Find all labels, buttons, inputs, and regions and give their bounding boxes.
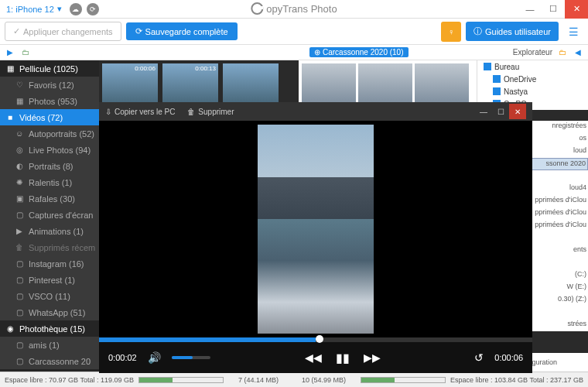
sidebar-item[interactable]: ■Vidéos (72) <box>0 109 99 125</box>
tree-fragment[interactable]: loud <box>531 146 588 158</box>
sidebar-item-label: Captures d'écran <box>29 211 93 220</box>
subbar-right: Explorateur 🗀 ◀ <box>513 47 583 58</box>
sidebar-item-label: WhatsApp (51) <box>29 308 85 317</box>
time-current: 0:00:02 <box>108 353 137 362</box>
sidebar-item[interactable]: ▢Instagram (16) <box>0 255 99 272</box>
explorer-label: Nastya <box>504 87 528 96</box>
tree-fragment[interactable]: (C:) <box>531 269 588 282</box>
explorer-label: Bureau <box>494 63 519 71</box>
sidebar-item-label: Pinterest (1) <box>29 276 75 285</box>
status-left: Espace libre : 70.97 GB Total : 119.09 G… <box>5 376 224 384</box>
tree-fragment[interactable]: ssonne 2020 <box>531 158 588 170</box>
sidebar-item[interactable]: 🗑Supprimés récem <box>0 239 99 255</box>
sidebar-item-icon: ▣ <box>14 194 25 204</box>
sidebar-item[interactable]: ▢Captures d'écran <box>0 207 99 223</box>
tree-fragment[interactable]: pprimées d'iClou <box>531 220 588 232</box>
user-guides-button[interactable]: ⓘ Guides utilisateur <box>466 22 559 41</box>
player-close-button[interactable]: ✕ <box>509 104 526 119</box>
delete-button[interactable]: 🗑 Supprimer <box>187 108 234 116</box>
player-maximize-button[interactable]: ☐ <box>492 104 509 119</box>
sidebar-item-icon: ▢ <box>14 291 25 302</box>
sidebar-item-label: Autoportraits (52) <box>29 129 94 139</box>
seek-knob[interactable] <box>316 335 323 343</box>
maximize-button[interactable]: ☐ <box>542 0 565 19</box>
explorer-item[interactable]: Nastya <box>477 85 588 98</box>
tree-fragment[interactable]: W (E:) <box>531 282 588 294</box>
volume-slider[interactable] <box>172 356 210 359</box>
device-selector[interactable]: 1: iPhone 12 ▾ <box>6 4 62 14</box>
sidebar-item[interactable]: ▣Rafales (30) <box>0 190 99 207</box>
album-thumb[interactable] <box>415 63 469 102</box>
copy-to-pc-button[interactable]: ⇩ Copier vers le PC <box>105 108 175 116</box>
menu-button[interactable]: ☰ <box>563 22 583 42</box>
video-viewport[interactable] <box>99 121 532 337</box>
minimize-button[interactable]: — <box>518 0 542 19</box>
player-titlebar: ⇩ Copier vers le PC 🗑 Supprimer — ☐ ✕ <box>99 102 532 121</box>
sidebar-item[interactable]: ▦Pellicule (1025) <box>0 60 99 77</box>
tree-fragment[interactable] <box>531 170 588 183</box>
refresh-icon: ⟳ <box>135 26 142 36</box>
album-tag[interactable]: ⊕ Carcassonne 2020 (10) <box>309 47 409 57</box>
player-minimize-button[interactable]: — <box>475 104 492 119</box>
tree-fragment[interactable]: 0.30) (Z:) <box>531 294 588 307</box>
pause-button[interactable]: ▮▮ <box>336 351 350 365</box>
tree-fragment[interactable]: nregistrées <box>531 121 588 133</box>
cloud-icon[interactable]: ☁ <box>70 3 82 15</box>
sidebar-item-icon: ✺ <box>14 177 25 188</box>
collapse-icon[interactable]: ◀ <box>573 47 583 58</box>
forward-button[interactable]: ▶▶ <box>364 351 381 364</box>
subbar-left: ▶ 🗀 <box>5 47 31 58</box>
sidebar-item-icon: ▢ <box>14 210 25 221</box>
tree-fragment[interactable] <box>531 257 588 269</box>
sidebar-item-icon: ♡ <box>14 80 25 91</box>
folder-icon[interactable]: 🗀 <box>557 47 568 58</box>
sidebar-item[interactable]: ▢Carcassonne 20 <box>0 353 99 369</box>
expand-icon[interactable]: ▶ <box>5 47 15 58</box>
album-thumb[interactable] <box>358 63 412 102</box>
save-label: Sauvegarde complète <box>145 27 228 36</box>
explorer-item[interactable]: Bureau <box>477 60 588 73</box>
sidebar-item-label: Pellicule (1025) <box>19 64 78 74</box>
tree-fragment[interactable]: pprimées d'iClou <box>531 207 588 220</box>
album-thumb[interactable] <box>302 63 356 102</box>
thumb-duration: 0:00:06 <box>135 65 156 72</box>
sidebar-item-icon: ▶ <box>14 226 25 237</box>
seek-bar[interactable] <box>99 337 532 342</box>
tree-fragment[interactable]: pprimées d'iClou <box>531 195 588 207</box>
sidebar-item[interactable]: ▢amis (1) <box>0 337 99 353</box>
full-backup-button[interactable]: ⟳ Sauvegarde complète <box>126 22 238 40</box>
sidebar-item[interactable]: ▦Photos (953) <box>0 93 99 109</box>
tree-fragment[interactable]: strées <box>531 319 588 331</box>
sidebar-item[interactable]: ✺Ralentis (1) <box>0 174 99 190</box>
sidebar-item[interactable]: ◉Photothèque (15) <box>0 320 99 337</box>
tree-fragment[interactable] <box>531 232 588 245</box>
apply-changes-button[interactable]: ✓ Appliquer changements <box>5 22 121 41</box>
tree-fragment[interactable]: loud4 <box>531 183 588 195</box>
free-space-right: Espace libre : 103.84 GB Total : 237.17 … <box>450 376 583 384</box>
sidebar-item-icon: ▢ <box>14 307 25 318</box>
sidebar-item[interactable]: ▢VSCO (11) <box>0 288 99 304</box>
sidebar-item[interactable]: ◐Portraits (8) <box>0 158 99 174</box>
folder-icon[interactable]: 🗀 <box>20 47 31 58</box>
sidebar-item[interactable]: ◎Live Photos (94) <box>0 142 99 158</box>
sidebar-item[interactable]: ☺Autoportraits (52) <box>0 125 99 142</box>
status-middle: 7 (44.14 MB) 10 (54.99 MB) <box>238 376 346 384</box>
sidebar-item[interactable]: ▢WhatsApp (51) <box>0 304 99 320</box>
sidebar-item[interactable]: ♡Favoris (12) <box>0 77 99 93</box>
count-left: 7 (44.14 MB) <box>238 376 279 384</box>
tree-fragment[interactable]: os <box>531 133 588 146</box>
status-right: Espace libre : 103.84 GB Total : 237.17 … <box>361 376 583 384</box>
volume-icon[interactable]: 🔊 <box>148 351 161 364</box>
explorer-item[interactable]: OneDrive <box>477 73 588 85</box>
help-button[interactable]: ♀ <box>441 22 461 42</box>
tree-fragment[interactable]: ents <box>531 245 588 257</box>
sidebar-item[interactable]: ▶Animations (1) <box>0 223 99 239</box>
refresh-icon[interactable]: ⟳ <box>87 3 99 15</box>
close-button[interactable]: ✕ <box>565 0 588 19</box>
logo-ring-icon <box>251 2 263 15</box>
rewind-button[interactable]: ◀◀ <box>305 351 322 364</box>
sidebar-item[interactable]: ▢Pinterest (1) <box>0 272 99 288</box>
sidebar-item-icon: ▢ <box>14 259 25 269</box>
tree-fragment[interactable] <box>531 307 588 319</box>
replay-icon[interactable]: ↺ <box>474 351 484 364</box>
